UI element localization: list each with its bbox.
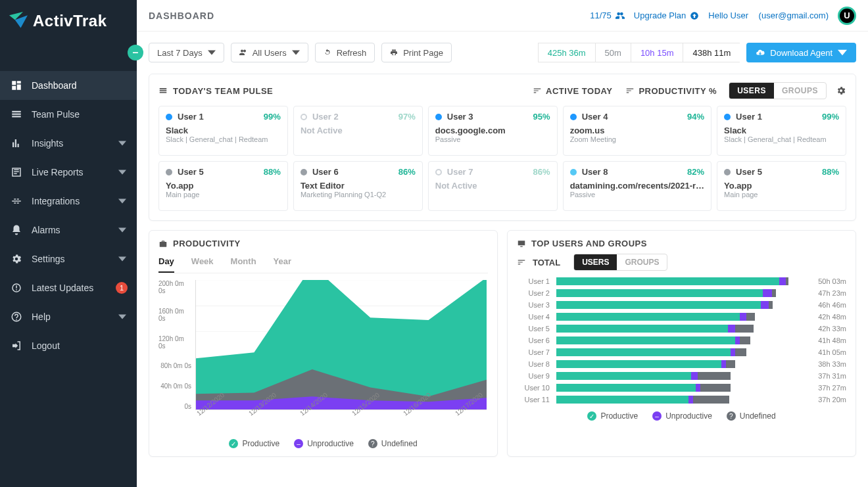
nav-icon (11, 253, 22, 265)
productivity-title: PRODUCTIVITY (173, 239, 241, 248)
date-range-dropdown[interactable]: Last 7 Days (149, 43, 224, 62)
sidebar-item-dashboard[interactable]: Dashboard (0, 71, 137, 100)
top-user-name: User 7 (517, 348, 550, 356)
top-users-title: TOP USERS AND GROUPS (531, 239, 647, 248)
tab-month[interactable]: Month (231, 252, 256, 273)
tab-week[interactable]: Week (191, 252, 214, 273)
top-user-bar (556, 301, 798, 309)
top-user-row[interactable]: User 1137h 20m (517, 396, 846, 404)
user-detail: Slack | General_chat | Redteam (166, 135, 281, 143)
user-card[interactable]: User 588%Yo.appMain page (158, 161, 288, 211)
sidebar-item-integrations[interactable]: Integrations (0, 187, 137, 216)
nav-icon (11, 108, 22, 120)
sidebar-item-insights[interactable]: Insights (0, 129, 137, 158)
tab-day[interactable]: Day (158, 252, 174, 273)
top-user-row[interactable]: User 542h 33m (517, 325, 846, 333)
tab-year[interactable]: Year (274, 252, 291, 273)
nav-icon (11, 340, 22, 352)
sidebar-item-help[interactable]: Help (0, 302, 137, 331)
user-card[interactable]: User 199%SlackSlack | General_chat | Red… (717, 106, 846, 156)
scope-dropdown[interactable]: All Users (231, 43, 308, 62)
user-card[interactable]: User 686%Text EditorMarketing Planning Q… (293, 161, 423, 211)
user-card[interactable]: User 882%datamining.com/recents/2021-r…P… (563, 161, 711, 211)
sidebar-item-team-pulse[interactable]: Team Pulse (0, 100, 137, 129)
top-user-time: 37h 27m (804, 384, 846, 392)
top-user-bar (556, 336, 798, 344)
productivity-sort[interactable]: PRODUCTIVITY % (625, 86, 717, 96)
nav-icon (11, 282, 22, 294)
user-name: User 4 (582, 112, 608, 122)
caret-down-icon (292, 49, 300, 57)
sidebar: ActivTrak DashboardTeam PulseInsightsLiv… (0, 0, 137, 487)
sidebar-item-logout[interactable]: Logout (0, 331, 137, 360)
sidebar-item-label: Team Pulse (32, 109, 80, 120)
cloud-download-icon (756, 48, 765, 57)
user-card[interactable]: User 395%docs.google.comPassive (428, 106, 558, 156)
top-user-row[interactable]: User 937h 31m (517, 372, 846, 380)
user-card[interactable]: User 297%Not Active (293, 106, 423, 156)
print-button[interactable]: Print Page (381, 43, 452, 62)
user-card[interactable]: User 199%SlackSlack | General_chat | Red… (158, 106, 288, 156)
top-user-time: 41h 05m (804, 348, 846, 356)
status-dot (435, 114, 442, 120)
sidebar-item-live-reports[interactable]: Live Reports (0, 158, 137, 187)
user-pct: 88% (264, 167, 281, 177)
upgrade-plan-link[interactable]: Upgrade Plan (634, 11, 700, 20)
user-app: Slack (724, 126, 839, 135)
segment-groups[interactable]: GROUPS (774, 83, 826, 99)
user-pct: 82% (687, 167, 704, 177)
user-greeting[interactable]: Hello User (user@gmail.com) (708, 11, 829, 20)
user-pct: 95% (533, 112, 550, 122)
user-app: Slack (166, 126, 281, 135)
chevron-down-icon (118, 226, 126, 234)
sidebar-item-alarms[interactable]: Alarms (0, 216, 137, 244)
nav-icon (11, 195, 22, 207)
sidebar-item-latest-updates[interactable]: Latest Updates1 (0, 273, 137, 302)
segment-groups[interactable]: GROUPS (617, 254, 667, 270)
sidebar-item-settings[interactable]: Settings (0, 244, 137, 273)
top-user-row[interactable]: User 346h 46m (517, 301, 846, 309)
sidebar-item-label: Dashboard (32, 80, 77, 91)
top-user-row[interactable]: User 150h 03m (517, 277, 846, 285)
top-user-row[interactable]: User 641h 48m (517, 336, 846, 344)
gear-icon[interactable] (836, 85, 846, 96)
top-user-row[interactable]: User 247h 23m (517, 289, 846, 297)
status-dot (724, 114, 731, 120)
time-stat: 50m (595, 43, 631, 62)
seats-indicator[interactable]: 11/75 (590, 11, 625, 20)
top-user-row[interactable]: User 838h 33m (517, 360, 846, 368)
top-user-row[interactable]: User 741h 05m (517, 348, 846, 356)
sidebar-collapse-button[interactable]: – (128, 45, 143, 60)
user-app: Not Active (301, 126, 416, 135)
sidebar-nav: DashboardTeam PulseInsightsLive ReportsI… (0, 42, 137, 360)
brand-icon (9, 12, 28, 30)
status-dot (166, 114, 172, 120)
time-stat: 425h 36m (538, 43, 595, 62)
brand-logo: ActivTrak (0, 0, 137, 42)
users-icon (615, 11, 625, 20)
segment-users[interactable]: USERS (574, 254, 617, 270)
download-agent-button[interactable]: Download Agent (746, 43, 856, 62)
avatar[interactable]: U (838, 7, 856, 25)
refresh-button[interactable]: Refresh (315, 43, 375, 62)
user-app: datamining.com/recents/2021-r… (570, 181, 704, 191)
top-users-list: User 150h 03mUser 247h 23mUser 346h 46mU… (517, 277, 846, 404)
status-dot (301, 114, 307, 120)
user-card[interactable]: User 588%Yo.appMain page (717, 161, 846, 211)
user-card[interactable]: User 494%zoom.usZoom Meeting (563, 106, 711, 156)
top-user-row[interactable]: User 1037h 27m (517, 384, 846, 392)
sidebar-item-label: Settings (32, 254, 65, 264)
arrow-up-circle-icon (690, 11, 699, 20)
active-today-sort[interactable]: ACTIVE TODAY (533, 86, 612, 96)
user-name: User 8 (582, 167, 608, 177)
caret-down-icon (838, 48, 847, 57)
sort-icon (625, 86, 635, 95)
top-user-row[interactable]: User 442h 48m (517, 313, 846, 321)
user-detail: Slack | General_chat | Redteam (724, 135, 839, 143)
segment-users[interactable]: USERS (729, 83, 774, 99)
chevron-down-icon (118, 139, 126, 147)
nav-icon (11, 311, 22, 323)
list-icon (158, 86, 168, 95)
top-user-bar (556, 372, 798, 380)
user-card[interactable]: User 786%Not Active (428, 161, 558, 211)
